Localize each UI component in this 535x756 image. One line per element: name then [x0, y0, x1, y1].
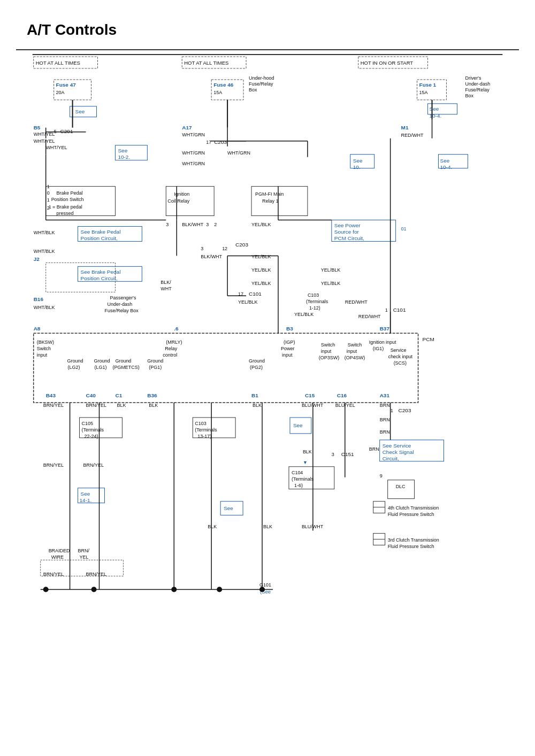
- svg-text:DLC: DLC: [396, 484, 406, 489]
- svg-text:Position Circuit,: Position Circuit,: [81, 235, 118, 241]
- svg-text:Coil Relay: Coil Relay: [167, 198, 189, 204]
- svg-text:Position Switch: Position Switch: [51, 197, 84, 202]
- svg-text:BRN: BRN: [380, 417, 390, 422]
- svg-text:(Terminals: (Terminals: [306, 299, 328, 304]
- svg-text:BRN: BRN: [380, 403, 390, 408]
- svg-text:Switch: Switch: [37, 346, 51, 351]
- svg-text:YEL/BLK: YEL/BLK: [251, 281, 271, 286]
- svg-text:Ground: Ground: [147, 358, 163, 364]
- svg-text:10-4.: 10-4.: [430, 113, 442, 119]
- svg-text:Fuse/Relay: Fuse/Relay: [465, 87, 490, 92]
- svg-text:1: 1: [385, 307, 388, 313]
- svg-text:Box: Box: [249, 87, 257, 92]
- svg-text:See: See: [293, 422, 303, 428]
- svg-text:Power: Power: [281, 346, 294, 351]
- svg-text:See: See: [430, 106, 439, 112]
- svg-text:Relay 1: Relay 1: [262, 198, 278, 204]
- svg-text:C203: C203: [214, 139, 227, 145]
- svg-text:YEL/BLK: YEL/BLK: [251, 254, 271, 259]
- svg-text:WHT/GRN: WHT/GRN: [182, 150, 205, 156]
- svg-text:13-17): 13-17): [197, 434, 211, 439]
- svg-text:20A: 20A: [56, 90, 65, 95]
- svg-text:(OP3SW): (OP3SW): [319, 355, 339, 360]
- svg-text:Box: Box: [465, 93, 473, 98]
- svg-text:Switch: Switch: [321, 342, 335, 348]
- svg-text:17: 17: [206, 140, 211, 145]
- svg-text:A17: A17: [182, 125, 192, 130]
- svg-text:▼: ▼: [303, 460, 308, 465]
- svg-text:M1: M1: [401, 125, 409, 130]
- svg-text:BRN/YEL: BRN/YEL: [43, 572, 64, 577]
- svg-text:B1: B1: [251, 392, 258, 398]
- svg-text:C201: C201: [60, 128, 73, 134]
- svg-text:Fluid Pressure Switch: Fluid Pressure Switch: [388, 512, 434, 517]
- svg-text:Under-hood: Under-hood: [249, 75, 274, 81]
- svg-text:Ground: Ground: [94, 358, 110, 364]
- page-title: A/T Controls: [0, 0, 535, 49]
- svg-text:3: 3: [201, 246, 203, 251]
- svg-text:(PGMETCS): (PGMETCS): [112, 365, 139, 370]
- svg-text:C104: C104: [292, 470, 303, 475]
- svg-text:WIRE: WIRE: [51, 554, 64, 560]
- svg-text:(IGP): (IGP): [284, 340, 295, 345]
- svg-text:C101: C101: [249, 291, 262, 297]
- svg-text:C151: C151: [341, 451, 354, 457]
- svg-text:22-24): 22-24): [85, 434, 98, 439]
- svg-text:check input: check input: [388, 354, 413, 359]
- svg-text:RED/WHT: RED/WHT: [401, 133, 424, 138]
- svg-text:C103: C103: [308, 292, 319, 298]
- svg-text:See Service: See Service: [383, 443, 411, 449]
- svg-text:pressed: pressed: [57, 211, 74, 216]
- svg-text:Fuse 46: Fuse 46: [213, 82, 234, 88]
- svg-text:WHT/BLK: WHT/BLK: [34, 305, 55, 310]
- svg-text:10.: 10.: [353, 164, 361, 170]
- svg-text:15A: 15A: [213, 90, 222, 95]
- svg-text:BLK: BLK: [117, 403, 126, 408]
- svg-text:BRN/YEL: BRN/YEL: [43, 403, 64, 408]
- svg-text:See: See: [81, 491, 90, 497]
- svg-text:(LG2): (LG2): [68, 365, 80, 370]
- svg-text:1: 1: [47, 197, 50, 203]
- svg-text:C15: C15: [305, 392, 315, 398]
- svg-text:See: See: [118, 148, 127, 153]
- svg-text:Passenger's: Passenger's: [110, 295, 136, 300]
- svg-rect-205: [388, 480, 415, 499]
- svg-text:YEL: YEL: [80, 554, 89, 560]
- svg-text:A31: A31: [380, 392, 390, 398]
- svg-text:A8: A8: [34, 326, 41, 331]
- svg-text:See: See: [440, 158, 449, 164]
- svg-text:1: 1: [47, 184, 50, 189]
- svg-text:Ground: Ground: [115, 358, 131, 364]
- svg-text:C203: C203: [235, 242, 248, 248]
- svg-text:(PG2): (PG2): [250, 365, 263, 370]
- svg-text:(OP4SW): (OP4SW): [345, 355, 365, 360]
- svg-text:HOT AT ALL TIMES: HOT AT ALL TIMES: [36, 60, 80, 66]
- svg-text:3: 3: [206, 222, 209, 227]
- svg-text:1-12): 1-12): [309, 305, 320, 311]
- svg-text:C1: C1: [115, 392, 122, 398]
- svg-text:Check Signal: Check Signal: [383, 449, 414, 455]
- svg-text:B3: B3: [286, 326, 293, 331]
- svg-text:Brake Pedal: Brake Pedal: [57, 190, 83, 196]
- svg-text:BRN: BRN: [369, 446, 379, 452]
- wiring-diagram: HOT AT ALL TIMES HOT AT ALL TIMES HOT IN…: [16, 49, 519, 734]
- svg-text:3: 3: [332, 452, 334, 457]
- svg-text:See: See: [75, 109, 85, 114]
- svg-text:BLK: BLK: [208, 524, 217, 529]
- svg-text:(Terminals: (Terminals: [292, 476, 314, 482]
- svg-text:WHT/YEL: WHT/YEL: [34, 138, 55, 144]
- svg-text:BRN: BRN: [380, 429, 390, 435]
- svg-text:BLK: BLK: [263, 524, 272, 529]
- svg-text:YEL/BLK: YEL/BLK: [321, 281, 340, 286]
- svg-text:See Brake Pedal: See Brake Pedal: [81, 269, 121, 275]
- svg-text:YEL/BLK: YEL/BLK: [294, 312, 314, 317]
- svg-text:B36: B36: [147, 392, 157, 398]
- svg-text:3rd Clutch Transmission: 3rd Clutch Transmission: [388, 537, 439, 543]
- svg-text:(MRLY): (MRLY): [166, 340, 182, 345]
- svg-text:BLK/WHT: BLK/WHT: [182, 222, 203, 227]
- svg-text:WHT/GRN: WHT/GRN: [182, 132, 205, 137]
- svg-text:(Terminals: (Terminals: [82, 427, 104, 433]
- svg-text:15A: 15A: [419, 90, 428, 95]
- svg-text:WHT/GRN: WHT/GRN: [227, 150, 250, 156]
- svg-text:BRN/YEL: BRN/YEL: [83, 462, 104, 468]
